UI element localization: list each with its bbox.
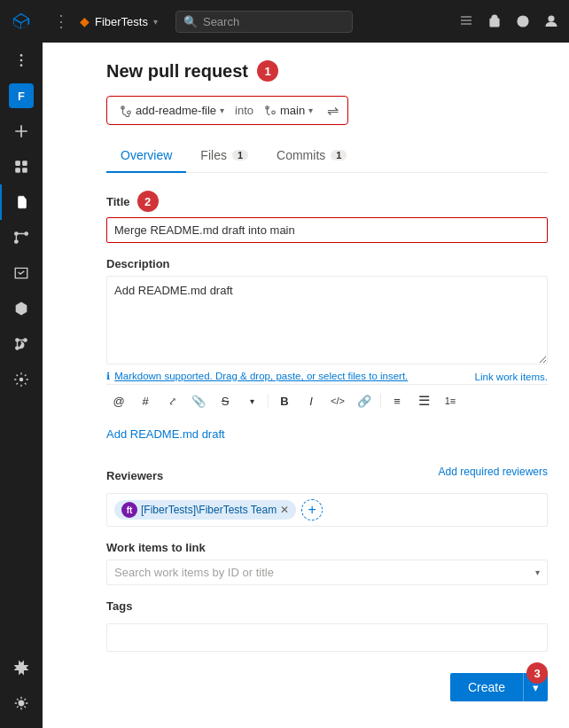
sidebar-item-repos[interactable] [0,184,43,220]
toolbar-align-btn[interactable]: ≡ [385,388,409,413]
sidebar: F [0,0,43,728]
toolbar-link-btn[interactable]: ⤤ [160,388,184,413]
link-work-items-link[interactable]: Link work items. [475,372,548,382]
work-items-placeholder: Search work items by ID or title [114,566,274,579]
toolbar-hyperlink-btn[interactable]: 🔗 [352,388,377,413]
sidebar-item-gear[interactable] [0,685,43,721]
sidebar-item-settings-mini[interactable] [0,362,43,397]
toolbar-attach-btn[interactable]: 📎 [186,388,211,413]
target-branch-chevron: ▾ [308,106,313,115]
topbar-person-icon[interactable] [544,14,558,28]
sidebar-item-menu[interactable] [0,43,43,78]
sidebar-item-git[interactable] [0,326,43,362]
tab-commits-label: Commits [277,148,325,162]
reviewers-section: Reviewers Add required reviewers [106,455,548,488]
add-required-reviewers-link[interactable]: Add required reviewers [439,466,548,478]
tab-overview[interactable]: Overview [106,139,186,173]
sidebar-item-testplans[interactable] [0,255,43,291]
into-label: into [235,104,253,117]
title-section: Title 2 [106,191,548,243]
svg-point-1 [20,59,23,62]
source-branch-label: add-readme-file [136,104,216,117]
step-badge-3: 3 [526,662,548,684]
svg-point-17 [549,16,554,21]
svg-point-14 [19,701,24,706]
tab-files[interactable]: Files 1 [186,139,262,173]
source-branch-btn[interactable]: add-readme-file ▾ [116,102,228,119]
svg-rect-15 [490,19,499,27]
toolbar-bold-btn[interactable]: B [272,388,297,413]
svg-point-7 [15,232,18,235]
toolbar-code-btn[interactable]: </> [325,388,350,413]
main-content: New pull request 1 add-readme-file ▾ int… [85,43,569,728]
editor-toolbar: @ # ⤤ 📎 S ▾ B I </> 🔗 ≡ ☰ 1≡ [106,384,548,417]
create-button[interactable]: Create [450,673,523,701]
svg-rect-5 [15,168,20,173]
svg-point-9 [15,240,18,243]
page-title-row: New pull request 1 [106,60,548,82]
tags-section: Tags [106,599,548,652]
user-avatar: F [9,83,34,108]
tab-files-label: Files [200,148,227,162]
topbar-list-icon[interactable] [459,14,473,28]
toolbar-numbered-btn[interactable]: 1≡ [438,388,463,413]
reviewers-label: Reviewers [106,469,163,482]
sidebar-item-boards[interactable] [0,149,43,184]
markdown-hint-text: ℹ Markdown supported. Drag & drop, paste… [106,371,408,382]
sidebar-item-extensions[interactable] [0,650,43,685]
sidebar-item-pipelines[interactable] [0,220,43,255]
toolbar-mention-btn[interactable]: @ [106,388,131,413]
target-branch-label: main [280,104,305,117]
title-input[interactable] [106,217,548,243]
topbar-menu-dots[interactable]: ⋮ [53,12,69,31]
topbar-bag-icon[interactable] [487,14,502,28]
topbar-help-icon[interactable] [516,14,530,28]
svg-point-13 [19,378,24,382]
description-label: Description [106,257,548,270]
description-section: Description Add README.md draft ℹ Markdo… [106,257,548,382]
topbar-project-name: FiberTests [95,15,148,28]
topbar-search[interactable]: 🔍 Search [175,11,353,33]
toolbar-sep2 [380,394,381,408]
reviewer-add-btn[interactable]: + [301,499,323,521]
sidebar-item-artifacts[interactable] [0,291,43,326]
search-icon: 🔍 [183,15,198,28]
step-badge-1: 1 [257,60,278,82]
source-branch-chevron: ▾ [220,106,224,115]
step-badge-2: 2 [137,191,159,212]
toolbar-list-btn[interactable]: ☰ [411,388,436,413]
tags-input[interactable] [106,623,548,652]
tags-label: Tags [106,599,548,613]
description-textarea[interactable]: Add README.md draft [106,276,548,364]
work-items-search[interactable]: Search work items by ID or title ▾ [106,560,548,585]
app-logo[interactable] [0,0,43,43]
tab-commits[interactable]: Commits 1 [262,139,361,173]
svg-point-2 [20,64,23,67]
search-placeholder: Search [203,15,239,28]
swap-branches-icon[interactable]: ⇌ [327,102,339,119]
topbar-chevron-icon: ▾ [153,17,158,27]
reviewer-remove-btn[interactable]: ✕ [280,504,289,516]
toolbar-chevron-btn[interactable]: ▾ [239,388,264,413]
tabs-bar: Overview Files 1 Commits 1 [106,139,548,173]
pr-title-link[interactable]: Add README.md draft [106,427,548,441]
sidebar-item-avatar[interactable]: F [0,78,43,114]
toolbar-strikethrough-btn[interactable]: S [213,388,238,413]
svg-point-8 [25,232,27,235]
target-branch-btn[interactable]: main ▾ [261,102,316,119]
svg-rect-3 [15,160,20,166]
toolbar-italic-btn[interactable]: I [299,388,323,413]
work-items-section: Work items to link Search work items by … [106,541,548,585]
markdown-hint: ℹ Markdown supported. Drag & drop, paste… [106,371,548,382]
reviewer-name: [FiberTests]\FiberTests Team [141,504,277,516]
markdown-link[interactable]: Markdown supported. Drag & drop, paste, … [114,371,408,381]
toolbar-heading-btn[interactable]: # [133,388,158,413]
reviewer-box: ft [FiberTests]\FiberTests Team ✕ + [106,493,548,527]
topbar-project[interactable]: ◆ FiberTests ▾ [80,14,158,28]
branch-selector: add-readme-file ▾ into main ▾ ⇌ [106,96,348,125]
sidebar-item-add[interactable] [0,114,43,149]
work-items-label: Work items to link [106,541,548,554]
git-branch-icon2 [264,105,277,117]
svg-point-11 [24,339,27,341]
work-items-chevron-icon: ▾ [535,568,540,577]
